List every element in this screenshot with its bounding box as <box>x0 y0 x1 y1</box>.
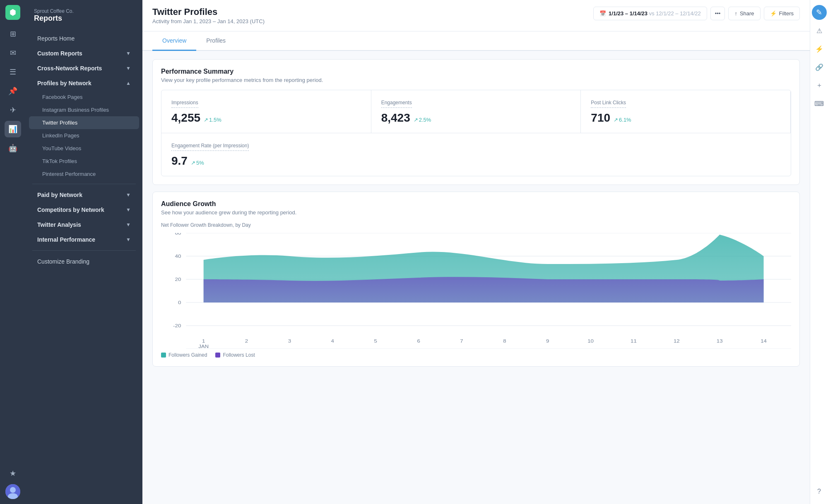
right-strip: ✎ ⚠ ⚡ 🔗 ＋ ⌨ ? <box>810 0 828 504</box>
nav-icon-publish[interactable]: ✈ <box>5 102 21 118</box>
svg-text:JAN: JAN <box>198 344 209 349</box>
sidebar-item-competitors[interactable]: Competitors by Network ▼ <box>29 202 139 217</box>
filter-icon: ⚡ <box>770 10 777 17</box>
share-icon: ↑ <box>734 10 737 17</box>
date-range-button[interactable]: 📅 1/1/23 – 1/14/23 vs 12/1/22 – 12/14/22 <box>593 7 707 20</box>
sidebar-item-paid-by-network[interactable]: Paid by Network ▼ <box>29 187 139 202</box>
svg-text:14: 14 <box>761 338 767 344</box>
metric-value-row-engagement-rate: 9.7 5% <box>171 154 361 168</box>
main-content: Twitter Profiles Activity from Jan 1, 20… <box>142 0 810 504</box>
metric-value-engagement-rate: 9.7 <box>171 154 188 168</box>
user-avatar[interactable] <box>5 484 20 499</box>
svg-text:4: 4 <box>331 338 335 344</box>
nav-icon-pin[interactable]: 📌 <box>5 83 21 99</box>
svg-text:40: 40 <box>175 254 181 259</box>
alert-icon[interactable]: ⚠ <box>812 23 827 38</box>
metrics-grid: Impressions 4,255 1.5% Engagements 8,423… <box>161 90 791 176</box>
chevron-icon: ▼ <box>126 207 131 213</box>
metric-post-link-clicks: Post Link Clicks 710 6.1% <box>581 90 791 133</box>
sidebar-sub-item-linkedin[interactable]: LinkedIn Pages <box>29 129 139 142</box>
nav-icon-home[interactable]: ⊞ <box>5 26 21 42</box>
chart-legend: Followers Gained Followers Lost <box>161 352 791 358</box>
plus-icon[interactable]: ＋ <box>812 78 827 93</box>
metric-label-post-link-clicks[interactable]: Post Link Clicks <box>591 100 626 108</box>
svg-text:60: 60 <box>175 233 181 236</box>
chart-label: Net Follower Growth Breakdown, by Day <box>161 222 791 228</box>
sidebar-divider-2 <box>32 250 136 251</box>
sidebar-item-internal-performance[interactable]: Internal Performance ▼ <box>29 232 139 247</box>
sidebar-item-profiles-by-network[interactable]: Profiles by Network ▲ <box>29 76 139 91</box>
metric-value-engagements: 8,423 <box>381 111 410 125</box>
sidebar-sub-item-facebook[interactable]: Facebook Pages <box>29 91 139 103</box>
filters-button[interactable]: ⚡ Filters <box>764 7 800 20</box>
metric-label-engagements[interactable]: Engagements <box>381 100 412 108</box>
page-subtitle: Activity from Jan 1, 2023 – Jan 14, 2023… <box>152 18 265 24</box>
page-title: Twitter Profiles <box>152 7 265 17</box>
metric-label-engagement-rate[interactable]: Engagement Rate (per Impression) <box>171 143 249 151</box>
metric-change-impressions: 1.5% <box>204 117 221 123</box>
svg-text:7: 7 <box>460 338 463 344</box>
metric-engagement-rate: Engagement Rate (per Impression) 9.7 5% <box>161 133 371 176</box>
sidebar-item-cross-network[interactable]: Cross-Network Reports ▼ <box>29 61 139 76</box>
topbar-left: Twitter Profiles Activity from Jan 1, 20… <box>152 7 265 24</box>
keyboard-icon[interactable]: ⌨ <box>812 96 827 111</box>
nav-icon-messages[interactable]: ✉ <box>5 45 21 61</box>
sidebar-sub-item-pinterest[interactable]: Pinterest Performance <box>29 168 139 180</box>
tab-profiles[interactable]: Profiles <box>196 31 236 51</box>
help-icon[interactable]: ? <box>812 484 827 499</box>
tab-overview[interactable]: Overview <box>152 31 196 51</box>
svg-text:9: 9 <box>546 338 549 344</box>
compose-button[interactable]: ✎ <box>812 5 827 20</box>
sidebar-sub-item-twitter[interactable]: Twitter Profiles <box>29 116 139 129</box>
legend-label-lost: Followers Lost <box>223 352 255 358</box>
chevron-icon: ▼ <box>126 222 131 228</box>
app-logo[interactable] <box>5 5 20 20</box>
svg-text:-20: -20 <box>173 323 181 329</box>
sidebar-item-twitter-analysis[interactable]: Twitter Analysis ▼ <box>29 217 139 232</box>
svg-text:0: 0 <box>178 300 181 305</box>
sidebar-sub-item-youtube[interactable]: YouTube Videos <box>29 142 139 155</box>
chevron-icon: ▲ <box>126 80 131 86</box>
performance-subtitle: View your key profile performance metric… <box>161 77 791 83</box>
lightning-icon[interactable]: ⚡ <box>812 41 827 56</box>
nav-icon-listen[interactable]: 🤖 <box>5 140 21 156</box>
performance-summary-card: Performance Summary View your key profil… <box>152 59 800 185</box>
nav-icon-star[interactable]: ★ <box>5 465 21 482</box>
sidebar-sub-item-instagram[interactable]: Instagram Business Profiles <box>29 103 139 116</box>
metric-empty-1 <box>371 133 581 176</box>
share-button[interactable]: ↑ Share <box>728 7 760 20</box>
metric-value-post-link-clicks: 710 <box>591 111 610 125</box>
metric-engagements: Engagements 8,423 2.5% <box>371 90 581 133</box>
metric-change-engagements: 2.5% <box>414 117 431 123</box>
sidebar: Sprout Coffee Co. Reports Reports Home C… <box>26 0 142 504</box>
chevron-icon: ▼ <box>126 192 131 198</box>
chevron-icon: ▼ <box>126 50 131 56</box>
sidebar-item-custom-reports[interactable]: Custom Reports ▼ <box>29 46 139 61</box>
nav-icon-inbox[interactable]: ☰ <box>5 64 21 80</box>
company-name: Sprout Coffee Co. <box>34 8 134 14</box>
content-area: Performance Summary View your key profil… <box>142 51 810 504</box>
audience-growth-card: Audience Growth See how your audience gr… <box>152 192 800 367</box>
sidebar-item-reports-home[interactable]: Reports Home <box>29 31 139 46</box>
metric-change-post-link-clicks: 6.1% <box>614 117 631 123</box>
more-options-button[interactable]: ••• <box>710 7 725 20</box>
svg-point-1 <box>10 487 16 493</box>
svg-text:5: 5 <box>374 338 378 344</box>
svg-text:20: 20 <box>175 277 181 282</box>
legend-dot-lost <box>215 353 220 358</box>
metric-label-impressions[interactable]: Impressions <box>171 100 198 108</box>
metric-change-engagement-rate: 5% <box>191 160 204 166</box>
audience-chart: 60 40 20 0 -20 <box>161 233 791 349</box>
svg-text:2: 2 <box>245 338 248 344</box>
legend-dot-gained <box>161 353 166 358</box>
sidebar-header: Sprout Coffee Co. Reports <box>26 7 142 31</box>
topbar-actions: 📅 1/1/23 – 1/14/23 vs 12/1/22 – 12/14/22… <box>593 7 800 20</box>
svg-text:13: 13 <box>717 338 723 344</box>
tabs-bar: Overview Profiles <box>142 31 810 51</box>
sidebar-item-customize-branding[interactable]: Customize Branding <box>29 254 139 269</box>
performance-title: Performance Summary <box>161 68 791 75</box>
sidebar-sub-item-tiktok[interactable]: TikTok Profiles <box>29 155 139 168</box>
link-icon[interactable]: 🔗 <box>812 60 827 74</box>
topbar: Twitter Profiles Activity from Jan 1, 20… <box>142 0 810 31</box>
nav-icon-reports[interactable]: 📊 <box>5 121 21 137</box>
